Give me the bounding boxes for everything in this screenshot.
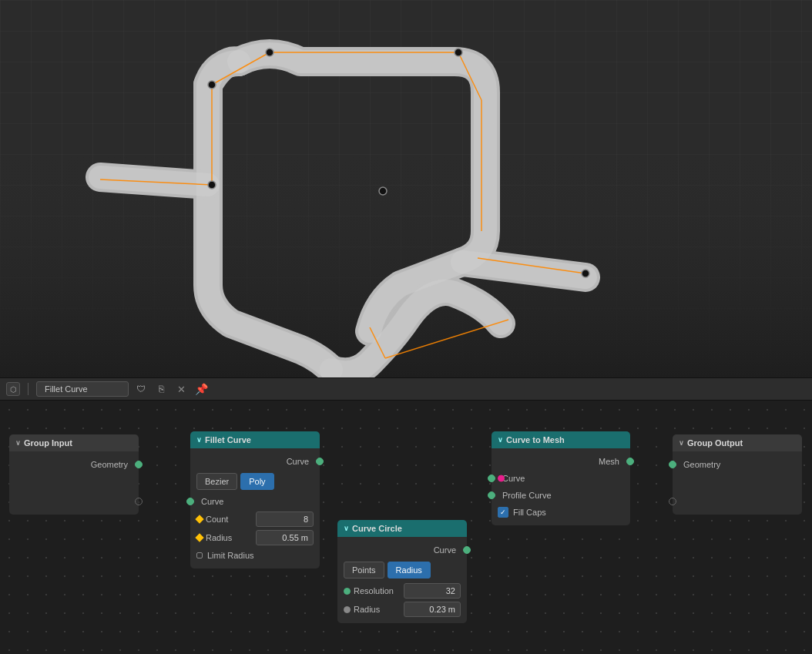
node-body-group-input: Geometry — [9, 451, 139, 515]
socket-fill-caps — [498, 475, 505, 482]
fillet-curve-out-label: Curve — [196, 457, 309, 466]
circle-curve-out-label: Curve — [344, 545, 456, 555]
node-editor: ∨ Group Input Geometry ∨ Fillet Curve Cu… — [0, 401, 812, 654]
socket-circle-radius — [344, 606, 351, 613]
node-row-fill-caps: ✓ Fill Caps — [492, 504, 630, 521]
node-body-fillet-curve: Curve Bezier Poly Curve Count 8 — [190, 448, 320, 568]
fill-caps-checkbox[interactable]: ✓ — [498, 507, 508, 518]
node-row-curve-input: Curve — [190, 493, 320, 510]
node-type-icon[interactable]: ⬡ — [6, 382, 20, 396]
ctm-curve-label: Curve — [502, 474, 624, 483]
node-title-fillet-curve: Fillet Curve — [205, 435, 251, 444]
socket-fillet-curve-in[interactable] — [186, 498, 194, 505]
poly-button[interactable]: Poly — [240, 473, 273, 490]
close-button[interactable]: ✕ — [173, 381, 189, 397]
node-spacer — [9, 473, 139, 493]
radius-mode-button[interactable]: Radius — [388, 562, 431, 579]
circle-radius-value[interactable]: 0.23 m — [404, 602, 461, 617]
socket-resolution — [344, 588, 351, 595]
radius-diamond-icon — [195, 533, 203, 542]
node-body-curve-circle: Curve Points Radius Resolution 32 Radius… — [337, 537, 467, 623]
count-value[interactable]: 8 — [256, 511, 314, 527]
socket-go-empty — [669, 498, 676, 505]
geometry-label: Geometry — [15, 460, 128, 469]
copy-button[interactable]: ⎘ — [153, 381, 169, 397]
resolution-label: Resolution — [354, 586, 401, 595]
separator — [28, 383, 29, 395]
node-header-fillet-curve: ∨ Fillet Curve — [190, 431, 320, 448]
node-row-circle-curve-out: Curve — [337, 542, 467, 558]
node-row-geometry-output: Geometry — [9, 456, 139, 473]
node-title-group-output: Group Output — [687, 438, 743, 448]
svg-point-12 — [266, 49, 273, 56]
fill-caps-label: Fill Caps — [513, 508, 546, 517]
viewport-3d[interactable] — [0, 0, 812, 377]
node-title-curve-to-mesh: Curve to Mesh — [506, 435, 565, 444]
radius-label: Radius — [206, 533, 253, 542]
node-group-input[interactable]: ∨ Group Input Geometry — [9, 434, 139, 515]
node-body-curve-to-mesh: Mesh Curve Profile Curve ✓ Fill Caps — [492, 448, 630, 525]
mesh-out-label: Mesh — [498, 457, 619, 466]
svg-point-16 — [379, 187, 387, 195]
profile-curve-label: Profile Curve — [502, 491, 624, 500]
limit-radius-checkbox[interactable] — [196, 552, 203, 558]
socket-mesh-out[interactable] — [626, 458, 634, 465]
socket-circle-curve-out[interactable] — [463, 546, 471, 554]
node-row-go-empty — [673, 493, 802, 510]
node-row-curve-output: Curve — [190, 453, 320, 470]
node-curve-to-mesh[interactable]: ∨ Curve to Mesh Mesh Curve Profile Curve — [492, 431, 630, 525]
radius-value[interactable]: 0.55 m — [256, 530, 314, 545]
node-header-group-input: ∨ Group Input — [9, 434, 139, 451]
node-title-curve-circle: Curve Circle — [352, 524, 402, 533]
svg-point-13 — [455, 49, 462, 56]
node-header-curve-circle: ∨ Curve Circle — [337, 520, 467, 537]
curve-input-label: Curve — [201, 497, 314, 506]
count-diamond-icon — [195, 515, 203, 523]
node-title-group-input: Group Input — [24, 438, 72, 448]
node-header-curve-to-mesh: ∨ Curve to Mesh — [492, 431, 630, 448]
resolution-value[interactable]: 32 — [404, 583, 461, 599]
tree-name-field[interactable]: Fillet Curve — [36, 381, 129, 397]
node-row-socket-empty — [9, 493, 139, 510]
node-circle-toggle-row: Points Radius — [337, 558, 467, 582]
node-row-profile-curve-in: Profile Curve — [492, 487, 630, 504]
node-row-limit-radius: Limit Radius — [190, 547, 320, 564]
node-row-go-geometry-in: Geometry — [673, 456, 802, 473]
count-label: Count — [206, 515, 253, 524]
socket-ctm-curve-in[interactable] — [488, 475, 495, 482]
socket-fillet-curve-out[interactable] — [316, 458, 324, 465]
node-toggle-row: Bezier Poly — [190, 470, 320, 493]
pin-button[interactable]: 📌 — [193, 381, 209, 397]
node-group-output[interactable]: ∨ Group Output Geometry — [673, 434, 802, 515]
bezier-button[interactable]: Bezier — [196, 473, 237, 490]
node-body-group-output: Geometry — [673, 451, 802, 515]
node-row-radius: Radius 0.55 m — [190, 528, 320, 547]
limit-radius-label: Limit Radius — [207, 551, 254, 560]
svg-point-15 — [208, 181, 216, 189]
node-fillet-curve[interactable]: ∨ Fillet Curve Curve Bezier Poly Curve C — [190, 431, 320, 568]
svg-point-14 — [208, 81, 216, 89]
socket-go-geometry-in[interactable] — [669, 461, 676, 468]
node-editor-toolbar: ⬡ Fillet Curve 🛡 ⎘ ✕ 📌 — [0, 377, 812, 401]
node-row-resolution: Resolution 32 — [337, 582, 467, 600]
circle-radius-label: Radius — [354, 605, 401, 614]
socket-geometry-out[interactable] — [135, 461, 143, 468]
svg-point-17 — [582, 270, 589, 277]
go-geometry-label: Geometry — [683, 460, 796, 469]
node-curve-circle[interactable]: ∨ Curve Circle Curve Points Radius Resol… — [337, 520, 467, 623]
node-row-mesh-output: Mesh — [492, 453, 630, 470]
node-row-count: Count 8 — [190, 510, 320, 528]
socket-profile-curve-in[interactable] — [488, 491, 495, 499]
node-row-ctm-curve-in: Curve — [492, 470, 630, 487]
socket-empty-out[interactable] — [135, 498, 143, 505]
node-spacer-go — [673, 473, 802, 493]
points-button[interactable]: Points — [344, 562, 384, 579]
node-header-group-output: ∨ Group Output — [673, 434, 802, 451]
node-row-circle-radius: Radius 0.23 m — [337, 600, 467, 619]
shield-button[interactable]: 🛡 — [133, 381, 149, 397]
